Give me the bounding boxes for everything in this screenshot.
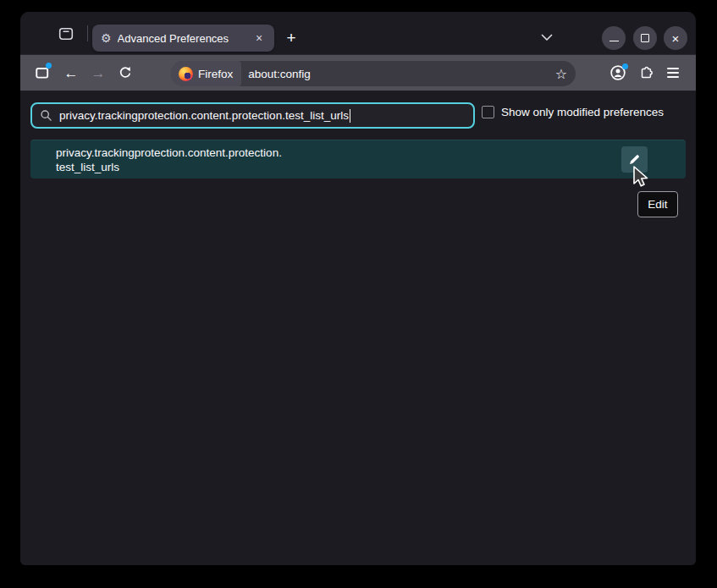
show-only-modified-label: Show only modified preferences <box>501 106 664 118</box>
bookmark-star-icon[interactable]: ☆ <box>550 63 572 85</box>
forward-button[interactable]: → <box>86 61 110 85</box>
notification-badge <box>46 63 52 69</box>
maximize-icon <box>641 34 649 42</box>
chevron-down-icon <box>541 34 553 41</box>
tab-close-icon[interactable]: × <box>251 30 267 47</box>
list-all-tabs-button[interactable] <box>537 30 557 44</box>
pencil-icon <box>628 153 641 166</box>
close-icon: × <box>672 31 680 46</box>
hamburger-menu-icon <box>667 68 679 78</box>
tab-advanced-preferences[interactable]: ⚙ Advanced Preferences × <box>92 25 274 52</box>
extensions-button[interactable] <box>634 61 658 85</box>
back-button[interactable]: ← <box>59 61 83 85</box>
mouse-cursor <box>632 165 650 190</box>
tab-separator <box>87 25 88 41</box>
search-input[interactable]: privacy.trackingprotection.content.prote… <box>30 102 475 129</box>
gear-icon: ⚙ <box>101 32 112 44</box>
browser-window: ⚙ Advanced Preferences × + × ← <box>20 12 696 565</box>
new-tab-button[interactable]: + <box>279 26 303 50</box>
pref-row[interactable]: privacy.trackingprotection.content.prote… <box>30 140 686 179</box>
minimize-button[interactable] <box>602 26 626 50</box>
close-window-button[interactable]: × <box>664 26 687 50</box>
app-menu-button[interactable] <box>661 61 685 85</box>
search-icon <box>40 109 52 122</box>
site-identity-label: Firefox <box>198 68 233 80</box>
site-identity-chip[interactable]: Firefox <box>171 61 241 86</box>
url-text[interactable]: about:config <box>248 68 550 80</box>
search-input-value: privacy.trackingprotection.content.prote… <box>59 109 349 122</box>
reload-button[interactable] <box>113 61 137 85</box>
nav-toolbar: ← → Firefox about:config ☆ <box>20 54 696 91</box>
text-caret <box>350 109 350 123</box>
firefox-view-button[interactable] <box>55 23 77 45</box>
pref-name: privacy.trackingprotection.content.prote… <box>56 146 282 174</box>
firefox-logo-icon <box>179 67 193 81</box>
puzzle-piece-icon <box>639 66 654 80</box>
forward-icon: → <box>91 66 106 80</box>
firefox-view-icon <box>58 26 74 41</box>
modified-prefs-filter: Show only modified preferences <box>482 106 664 118</box>
about-config-page: privacy.trackingprotection.content.prote… <box>20 91 696 565</box>
minimize-icon <box>609 41 619 41</box>
extension-toolbar-button[interactable] <box>30 61 54 85</box>
tab-title: Advanced Preferences <box>118 32 247 45</box>
account-button[interactable] <box>606 61 630 85</box>
show-only-modified-checkbox[interactable] <box>482 106 494 118</box>
maximize-button[interactable] <box>633 26 657 50</box>
reload-icon <box>119 66 132 80</box>
titlebar: ⚙ Advanced Preferences × + × <box>20 12 696 54</box>
url-bar[interactable]: Firefox about:config ☆ <box>171 61 576 86</box>
edit-tooltip: Edit <box>637 191 678 217</box>
back-icon: ← <box>64 66 79 80</box>
account-notification-badge <box>622 63 628 69</box>
